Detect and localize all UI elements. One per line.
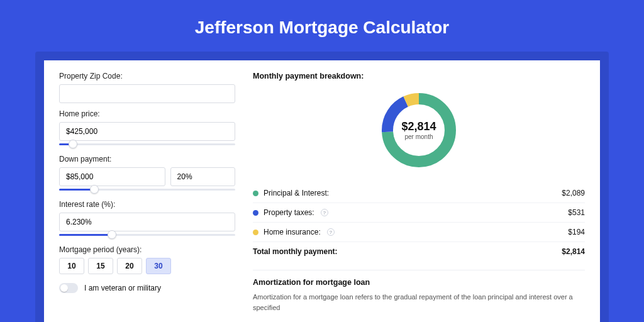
interest-rate-label: Interest rate (%):: [59, 200, 235, 209]
donut-center: $2,814 per month: [378, 89, 460, 171]
breakdown-title: Monthly payment breakdown:: [253, 72, 585, 80]
home-price-slider[interactable]: [59, 140, 235, 148]
home-price-field: Home price:: [59, 109, 235, 148]
interest-rate-input[interactable]: [59, 213, 235, 231]
down-payment-field: Down payment:: [59, 155, 235, 194]
veteran-toggle[interactable]: [59, 283, 78, 293]
mortgage-period-label: Mortgage period (years):: [59, 245, 235, 254]
mortgage-period-field: Mortgage period (years): 10152030: [59, 245, 235, 274]
zip-input[interactable]: [59, 84, 235, 103]
period-button-15[interactable]: 15: [88, 258, 113, 274]
slider-thumb[interactable]: [69, 140, 77, 148]
period-options: 10152030: [59, 258, 235, 274]
down-payment-pct-input[interactable]: [170, 167, 235, 186]
donut-sub: per month: [404, 133, 433, 140]
slider-thumb[interactable]: [108, 230, 116, 239]
form-panel: Property Zip Code: Home price: Down paym…: [59, 72, 235, 322]
period-button-20[interactable]: 20: [117, 258, 142, 274]
down-payment-input[interactable]: [59, 167, 165, 186]
down-payment-slider[interactable]: [59, 185, 235, 194]
zip-label: Property Zip Code:: [59, 72, 235, 80]
toggle-knob: [60, 284, 68, 292]
interest-rate-field: Interest rate (%):: [59, 200, 235, 239]
legend-dot: [253, 230, 258, 235]
home-price-input[interactable]: [59, 122, 235, 141]
amortization-title: Amortization for mortgage loan: [253, 278, 585, 287]
legend-value: $531: [568, 208, 585, 217]
amortization-text: Amortization for a mortgage loan refers …: [253, 292, 585, 313]
amortization-section: Amortization for mortgage loan Amortizat…: [253, 270, 585, 313]
interest-rate-slider[interactable]: [59, 230, 235, 239]
page-title: Jefferson Mortgage Calculator: [0, 0, 644, 52]
info-icon[interactable]: ?: [321, 209, 328, 216]
legend-value: $2,089: [562, 189, 585, 197]
breakdown-panel: Monthly payment breakdown: $2,814 per mo…: [253, 72, 585, 322]
legend-row: Principal & Interest:$2,089: [253, 184, 585, 203]
donut-chart: $2,814 per month: [253, 87, 585, 180]
legend-dot: [253, 191, 258, 196]
legend-label: Principal & Interest:: [264, 189, 329, 197]
legend-total-label: Total monthly payment:: [253, 247, 337, 256]
donut-value: $2,814: [401, 120, 436, 133]
legend-value: $194: [568, 228, 585, 236]
calculator-card: Property Zip Code: Home price: Down paym…: [44, 60, 600, 322]
period-button-10[interactable]: 10: [59, 258, 84, 274]
card-shadow: Property Zip Code: Home price: Down paym…: [35, 52, 609, 322]
period-button-30[interactable]: 30: [146, 258, 171, 274]
slider-thumb[interactable]: [90, 185, 99, 194]
legend-dot: [253, 210, 258, 216]
legend-row: Property taxes:?$531: [253, 203, 585, 222]
legend-row: Home insurance:?$194: [253, 222, 585, 242]
legend-total-value: $2,814: [562, 247, 585, 256]
info-icon[interactable]: ?: [327, 228, 335, 236]
legend-label: Property taxes:: [264, 208, 314, 217]
legend-label: Home insurance:: [264, 228, 321, 236]
breakdown-legend: Principal & Interest:$2,089Property taxe…: [253, 184, 585, 261]
veteran-label: I am veteran or military: [84, 284, 161, 292]
zip-field: Property Zip Code:: [59, 72, 235, 103]
veteran-row: I am veteran or military: [59, 283, 235, 293]
down-payment-label: Down payment:: [59, 155, 235, 164]
legend-total-row: Total monthly payment:$2,814: [253, 242, 585, 261]
home-price-label: Home price:: [59, 109, 235, 118]
